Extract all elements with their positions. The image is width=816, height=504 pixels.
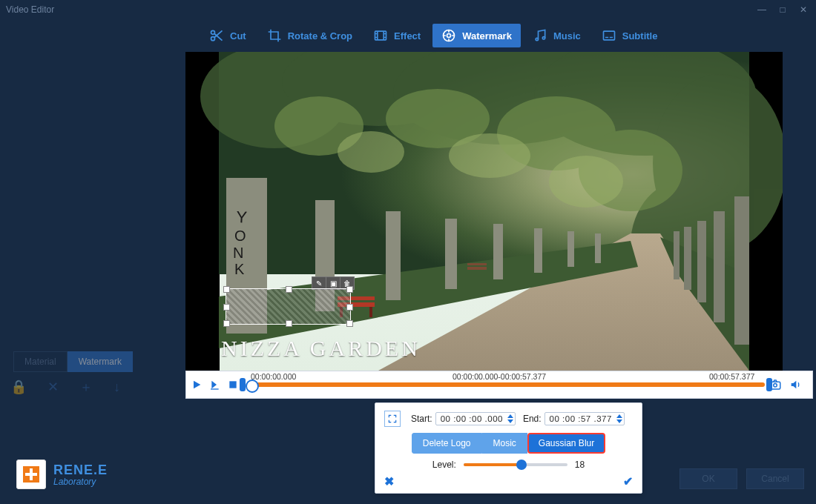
rotate-crop-label: Rotate & Crop xyxy=(288,30,352,42)
level-slider[interactable] xyxy=(464,463,567,466)
main-toolbar: Cut Rotate & Crop Effect Watermark Music… xyxy=(0,19,816,52)
svg-rect-34 xyxy=(567,231,574,267)
level-value: 18 xyxy=(575,460,585,470)
subtitle-label: Subtitle xyxy=(622,30,658,42)
popup-cancel-icon[interactable]: ✖ xyxy=(384,474,394,488)
scissors-icon xyxy=(209,28,224,43)
svg-rect-40 xyxy=(674,231,680,279)
app-title: Video Editor xyxy=(6,4,54,15)
svg-point-54 xyxy=(774,384,777,388)
stop-icon[interactable] xyxy=(228,379,238,390)
end-time-field[interactable]: 00 :00 :57 .377 xyxy=(544,412,625,425)
level-label: Level: xyxy=(432,460,456,470)
svg-rect-39 xyxy=(684,227,691,290)
svg-rect-51 xyxy=(211,388,219,389)
gaussian-blur-button[interactable]: Gaussian Blur xyxy=(527,433,605,454)
mosic-button[interactable]: Mosic xyxy=(482,433,527,454)
crop-icon xyxy=(267,28,282,43)
effect-label: Effect xyxy=(394,30,421,42)
music-label: Music xyxy=(553,30,581,42)
svg-point-24 xyxy=(549,156,623,208)
timeline-range: 00:00:00.000-00:00:57.377 xyxy=(453,372,546,381)
svg-point-1 xyxy=(211,37,215,41)
mosic-label: Mosic xyxy=(493,438,516,448)
cut-button[interactable]: Cut xyxy=(200,24,255,47)
end-time-spinner[interactable] xyxy=(616,414,622,423)
svg-rect-33 xyxy=(534,228,542,273)
music-icon xyxy=(533,28,547,43)
watermark-button[interactable]: Watermark xyxy=(432,24,521,47)
svg-text:N: N xyxy=(233,245,243,261)
start-time-spinner[interactable] xyxy=(507,414,513,423)
timeline-start-time: 00:00:00.000 xyxy=(251,372,296,381)
maximize-icon[interactable]: □ xyxy=(776,4,789,15)
svg-rect-32 xyxy=(493,224,503,279)
delete-logo-button[interactable]: Delete Logo xyxy=(412,433,482,454)
edit-icon[interactable]: ✎ xyxy=(312,277,326,289)
svg-rect-49 xyxy=(467,267,487,270)
image-icon[interactable]: ▣ xyxy=(326,277,340,289)
svg-rect-2 xyxy=(375,31,386,40)
playhead[interactable] xyxy=(246,379,259,393)
volume-icon[interactable] xyxy=(789,379,802,391)
film-icon xyxy=(373,28,388,43)
start-label: Start: xyxy=(411,414,432,424)
svg-rect-48 xyxy=(369,307,372,317)
titlebar: Video Editor — □ ✕ xyxy=(0,0,816,19)
logo-line2: Laboratory xyxy=(53,477,108,487)
subtitle-icon xyxy=(602,28,616,43)
svg-point-23 xyxy=(449,133,530,178)
timeline-track[interactable] xyxy=(247,382,765,387)
svg-rect-31 xyxy=(445,219,457,289)
watermark-region[interactable] xyxy=(226,288,351,325)
delete-logo-label: Delete Logo xyxy=(423,438,471,448)
minimize-icon[interactable]: — xyxy=(755,4,769,15)
svg-rect-30 xyxy=(386,211,401,300)
end-label: End: xyxy=(523,414,542,424)
level-slider-thumb[interactable] xyxy=(516,460,527,470)
svg-rect-37 xyxy=(714,211,725,322)
svg-text:Y: Y xyxy=(236,208,248,227)
start-time-value: 00 :00 :00 .000 xyxy=(441,414,503,423)
play-icon[interactable] xyxy=(191,379,203,391)
watermark-label: Watermark xyxy=(462,30,512,42)
effect-button[interactable]: Effect xyxy=(364,24,430,47)
play-range-icon[interactable] xyxy=(208,379,222,391)
music-button[interactable]: Music xyxy=(524,24,590,47)
watermark-icon xyxy=(441,28,456,43)
svg-rect-38 xyxy=(697,221,706,302)
svg-text:O: O xyxy=(234,228,246,244)
logo-mark xyxy=(16,460,46,489)
svg-point-22 xyxy=(338,131,404,173)
brand-logo: RENE.E Laboratory xyxy=(16,460,108,489)
rotate-crop-button[interactable]: Rotate & Crop xyxy=(258,24,361,47)
popup-confirm-icon[interactable]: ✔ xyxy=(623,474,633,488)
svg-rect-50 xyxy=(467,263,487,265)
svg-rect-35 xyxy=(595,233,601,263)
svg-rect-52 xyxy=(229,381,236,388)
cut-label: Cut xyxy=(230,30,246,42)
svg-point-0 xyxy=(211,30,215,34)
watermark-mode-buttons: Delete Logo Mosic Gaussian Blur xyxy=(384,433,633,454)
gaussian-blur-label: Gaussian Blur xyxy=(539,438,594,448)
svg-point-5 xyxy=(536,38,538,40)
close-icon[interactable]: ✕ xyxy=(797,4,810,15)
start-time-field[interactable]: 00 :00 :00 .000 xyxy=(435,412,516,425)
fullscreen-toggle[interactable] xyxy=(384,411,401,427)
svg-rect-7 xyxy=(603,31,614,40)
video-caption: NIZZA GARDEN xyxy=(221,336,421,361)
svg-point-6 xyxy=(542,37,544,39)
timeline-end-time: 00:00:57.377 xyxy=(709,372,754,381)
watermark-settings-popup: Start: 00 :00 :00 .000 End: 00 :00 :57 .… xyxy=(375,402,642,494)
svg-text:K: K xyxy=(234,261,245,277)
subtitle-button[interactable]: Subtitle xyxy=(593,24,667,47)
range-start-handle[interactable] xyxy=(240,378,246,391)
logo-line1: RENE.E xyxy=(53,462,108,478)
end-time-value: 00 :00 :57 .377 xyxy=(550,414,612,423)
svg-point-4 xyxy=(447,34,451,38)
svg-rect-36 xyxy=(734,196,749,345)
range-end-handle[interactable] xyxy=(766,378,772,391)
